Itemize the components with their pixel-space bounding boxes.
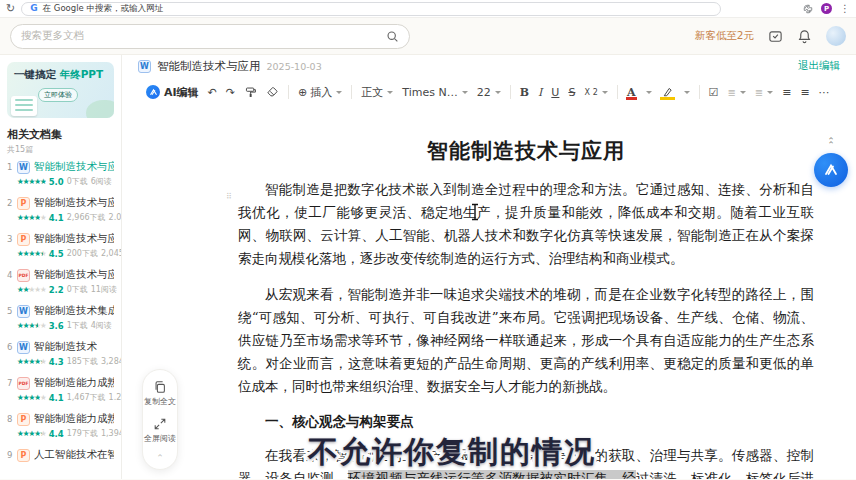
doc-item-title[interactable]: 智能制造技术与应用 <box>34 196 114 210</box>
banner-cta-button[interactable]: 立即体验 <box>38 88 78 102</box>
doc-item-title[interactable]: 智能制造技术与应用 <box>34 160 114 174</box>
doc-item-rating: 4.5 <box>49 249 64 259</box>
format-painter-icon[interactable] <box>244 86 257 99</box>
doc-item-rating: 4.4 <box>49 429 64 439</box>
document-date: 2025-10-03 <box>267 61 322 72</box>
ai-edit-button[interactable]: AI编辑 <box>146 85 199 100</box>
doc-item-title[interactable]: 智能制造技术集成与… <box>34 304 114 318</box>
chevron-down-icon <box>684 91 690 94</box>
video-subtitle-overlay: 不允许你复制的情况 <box>172 432 732 473</box>
doc-item-downloads: 0下载 <box>67 176 88 187</box>
related-doc-item[interactable]: 5W智能制造技术集成与…★★★★★★★★★★3.61下载4阅读 <box>7 304 114 331</box>
doc-item-downloads: 185下载 <box>67 356 98 367</box>
app-header: 搜索更多文档 新客低至2元 <box>0 18 856 55</box>
search-icon[interactable] <box>386 30 399 43</box>
doc-item-title[interactable]: 智能制造能力成熟度… <box>34 376 114 390</box>
doc-item-title[interactable]: 智能制造技术 <box>34 340 97 354</box>
redo-button[interactable]: ↷ <box>226 86 235 99</box>
indent-button[interactable]: ≡ <box>782 86 791 99</box>
document-area: W 智能制造技术与应用 2025-10-03 退出编辑 AI编辑 ↶ ↷ ⊕插入… <box>122 55 856 479</box>
star-rating-icon: ★★★★★★★★★★ <box>17 214 46 222</box>
pdf-file-icon: PDF <box>17 269 30 282</box>
browser-menu-icon[interactable]: ⋮ <box>840 3 850 14</box>
chevron-down-icon <box>387 91 393 94</box>
ai-assistant-button[interactable] <box>814 153 848 187</box>
related-doc-item[interactable]: 1W智能制造技术与应用★★★★★★★★★★5.00下载6阅读 <box>7 160 114 187</box>
font-family-dropdown[interactable]: Times N… <box>402 86 467 99</box>
collapse-chevron-icon[interactable]: ⌃ <box>156 454 164 463</box>
doc-item-rating: 4.1 <box>49 393 64 403</box>
related-doc-list: 1W智能制造技术与应用★★★★★★★★★★5.00下载6阅读2P智能制造技术与应… <box>7 160 114 462</box>
text-cursor-pointer <box>470 203 480 221</box>
double-chevron-up-icon[interactable]: ⌃⌃ <box>827 139 835 147</box>
sidebar-section-title: 相关文档集 <box>7 127 114 142</box>
extensions-icon[interactable] <box>803 4 813 14</box>
eraser-icon[interactable] <box>266 86 279 99</box>
copy-fulltext-button[interactable]: 复制全文 <box>144 380 176 407</box>
p-file-icon: P <box>17 197 30 210</box>
chevron-down-icon <box>495 91 501 94</box>
promo-banner[interactable]: 一键搞定 年终PPT 立即体验 <box>7 62 114 118</box>
checkbox-list-button[interactable]: ☑ <box>709 86 719 99</box>
bold-button[interactable]: B <box>520 86 529 99</box>
related-doc-item[interactable]: 7PDF智能制造能力成熟度…★★★★★★★★★★4.11,467下载1.29W阅… <box>7 376 114 403</box>
document-canvas[interactable]: ⠿ 智能制造技术与应用 智能制造是把数字化技术嵌入到制造全过程中的理念和方法。它… <box>122 107 856 479</box>
browser-bar: ↻ G 在 Google 中搜索，或输入网址 P ⋮ <box>0 0 856 18</box>
doc-item-rank: 6 <box>7 342 13 352</box>
star-rating-icon: ★★★★★★★★★★ <box>17 250 46 258</box>
related-doc-item[interactable]: 2P智能制造技术与应用★★★★★★★★★★4.12,966下载2.03W阅读 <box>7 196 114 223</box>
doc-item-downloads: 179下载 <box>67 428 98 439</box>
star-rating-icon: ★★★★★★★★★★ <box>17 322 46 330</box>
w-file-icon: W <box>17 161 30 174</box>
strikethrough-button[interactable]: S <box>568 86 575 99</box>
w-file-icon: W <box>17 341 30 354</box>
user-avatar[interactable] <box>826 26 846 46</box>
chevron-down-icon <box>767 91 773 94</box>
doc-item-reads: 2.03W阅读 <box>109 212 122 223</box>
coupon-box-icon[interactable] <box>768 29 783 44</box>
doc-item-downloads: 0下载 <box>67 284 88 295</box>
browser-profile-avatar[interactable]: P <box>821 3 832 14</box>
doc-search-input[interactable]: 搜索更多文档 <box>10 24 410 49</box>
paragraph-drag-handle[interactable]: ⠿ <box>226 192 233 201</box>
w-file-icon: W <box>17 305 30 318</box>
subscript-button[interactable]: X2 <box>584 88 608 97</box>
undo-button[interactable]: ↶ <box>208 86 217 99</box>
doc-item-rating: 4.1 <box>49 213 64 223</box>
numbered-list-button[interactable]: ≣ <box>727 87 745 98</box>
insert-button[interactable]: ⊕插入 <box>298 85 342 100</box>
related-doc-item[interactable]: 3P智能制造技术与应用★★★★★★★★★★4.5200下载2,045阅读 <box>7 232 114 259</box>
banner-title-accent: 年终PPT <box>60 68 104 80</box>
font-color-button[interactable]: A <box>627 86 636 99</box>
doc-item-title[interactable]: 人工智能技术在智能 <box>34 448 114 462</box>
doc-item-rating: 2.2 <box>49 285 64 295</box>
doc-item-title[interactable]: 智能制造能力成熟度… <box>34 412 114 426</box>
paragraph-style-dropdown[interactable]: 正文 <box>361 85 393 100</box>
doc-item-title[interactable]: 智能制造技术与应用 <box>34 232 114 246</box>
related-doc-item[interactable]: 8P智能制造能力成熟度…★★★★★★★★★★4.4179下载1,394阅读 <box>7 412 114 439</box>
highlight-color-button[interactable] <box>661 86 674 99</box>
doc-paragraph-1: 智能制造是把数字化技术嵌入到制造全过程中的理念和方法。它通过感知、连接、分析和自… <box>238 178 814 270</box>
address-bar[interactable]: G 在 Google 中搜索，或输入网址 <box>21 2 721 16</box>
doc-item-rank: 4 <box>7 270 13 280</box>
exit-edit-button[interactable]: 退出编辑 <box>798 59 840 73</box>
font-size-dropdown[interactable]: 22 <box>477 86 501 99</box>
doc-item-title[interactable]: 智能制造技术与应用 <box>34 268 114 282</box>
bullet-list-button[interactable]: ≣ <box>755 87 773 98</box>
more-tools-button[interactable]: ⋯ <box>819 86 830 99</box>
bell-icon[interactable] <box>797 29 812 44</box>
reload-icon[interactable]: ↻ <box>6 3 15 14</box>
doc-item-rank: 2 <box>7 198 13 208</box>
banner-title: 一键搞定 <box>14 68 56 80</box>
star-rating-icon: ★★★★★★★★★★ <box>17 430 46 438</box>
related-doc-item[interactable]: 4PDF智能制造技术与应用★★★★★★★★★★2.20下载11阅读 <box>7 268 114 295</box>
underline-button[interactable]: U <box>551 86 559 99</box>
chevron-down-icon <box>602 91 608 94</box>
related-doc-item[interactable]: 6W智能制造技术★★★★★★★★★★4.3185下载3,284阅读 <box>7 340 114 367</box>
line-spacing-button[interactable]: ≡ <box>800 86 809 99</box>
promo-text[interactable]: 新客低至2元 <box>695 29 754 43</box>
chevron-down-icon <box>740 91 746 94</box>
italic-button[interactable]: I <box>538 86 542 99</box>
document-title-label: 智能制造技术与应用 <box>157 59 261 74</box>
related-doc-item[interactable]: 9P人工智能技术在智能 <box>7 448 114 462</box>
